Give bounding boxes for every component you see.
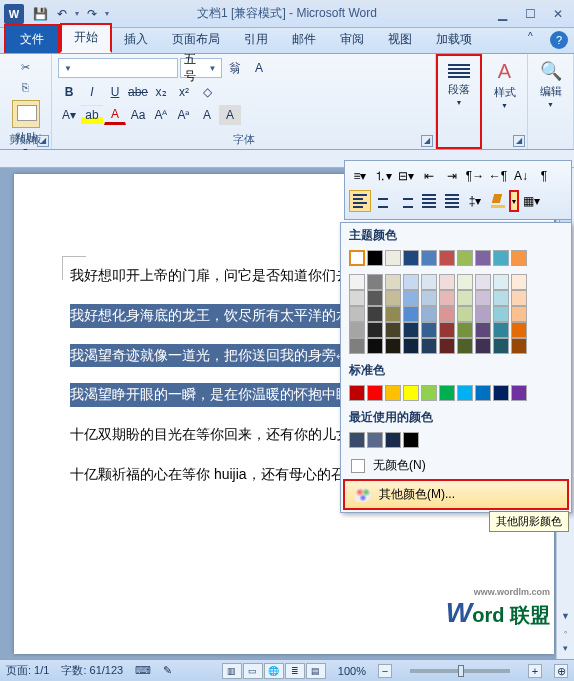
color-swatch[interactable]	[439, 290, 455, 306]
color-swatch[interactable]	[385, 432, 401, 448]
color-swatch[interactable]	[421, 306, 437, 322]
color-swatch[interactable]	[493, 385, 509, 401]
increase-indent-button[interactable]: ⇥	[441, 165, 463, 187]
justify-button[interactable]	[418, 190, 440, 212]
color-swatch[interactable]	[439, 250, 455, 266]
tab-review[interactable]: 审阅	[328, 27, 376, 53]
zoom-level[interactable]: 100%	[338, 665, 366, 677]
color-swatch[interactable]	[385, 290, 401, 306]
minimize-ribbon-icon[interactable]: ^	[528, 31, 544, 49]
color-swatch[interactable]	[493, 250, 509, 266]
zoom-slider[interactable]	[410, 669, 510, 673]
rtl-button[interactable]: ←¶	[487, 165, 509, 187]
italic-button[interactable]: I	[81, 82, 103, 102]
color-swatch[interactable]	[385, 250, 401, 266]
color-swatch[interactable]	[385, 274, 401, 290]
zoom-in-button[interactable]: +	[528, 664, 542, 678]
font-color-button[interactable]: A	[104, 105, 126, 125]
no-color-item[interactable]: 无颜色(N)	[341, 452, 571, 479]
draft-view[interactable]: ▤	[306, 663, 326, 679]
tab-addins[interactable]: 加载项	[424, 27, 484, 53]
color-swatch[interactable]	[475, 290, 491, 306]
copy-icon[interactable]: ⎘	[17, 78, 35, 96]
subscript-button[interactable]: x₂	[150, 82, 172, 102]
font-size-combo[interactable]: 五号 ▼	[180, 58, 222, 78]
print-layout-view[interactable]: ▥	[222, 663, 242, 679]
color-swatch[interactable]	[349, 274, 365, 290]
clear-formatting-button[interactable]: ◇	[196, 82, 218, 102]
styles-button[interactable]: A 样式 ▼	[490, 58, 520, 111]
color-swatch[interactable]	[457, 322, 473, 338]
ltr-button[interactable]: ¶→	[464, 165, 486, 187]
cut-icon[interactable]: ✂	[17, 58, 35, 76]
shading-button[interactable]: ▼	[487, 190, 519, 212]
color-swatch[interactable]	[385, 385, 401, 401]
color-swatch[interactable]	[511, 322, 527, 338]
color-swatch[interactable]	[349, 385, 365, 401]
color-swatch[interactable]	[421, 385, 437, 401]
color-swatch[interactable]	[367, 322, 383, 338]
color-swatch[interactable]	[349, 322, 365, 338]
color-swatch[interactable]	[493, 338, 509, 354]
borders-button[interactable]: ▦▾	[520, 190, 542, 212]
underline-button[interactable]: U	[104, 82, 126, 102]
tab-view[interactable]: 视图	[376, 27, 424, 53]
color-swatch[interactable]	[493, 306, 509, 322]
save-button[interactable]: 💾	[30, 4, 50, 24]
qat-undo-more[interactable]: ▾	[74, 4, 80, 24]
color-swatch[interactable]	[349, 250, 365, 266]
strikethrough-button[interactable]: abe	[127, 82, 149, 102]
color-swatch[interactable]	[457, 338, 473, 354]
color-swatch[interactable]	[367, 306, 383, 322]
shrink-font-button[interactable]: Aᵃ	[173, 105, 195, 125]
color-swatch[interactable]	[511, 290, 527, 306]
paste-button[interactable]: 粘贴 ▼	[8, 98, 44, 156]
line-spacing-button[interactable]: ‡▾	[464, 190, 486, 212]
color-swatch[interactable]	[367, 385, 383, 401]
zoom-slider-handle[interactable]	[458, 665, 464, 677]
more-colors-item[interactable]: 其他颜色(M)...	[343, 479, 569, 510]
enclose-char-button[interactable]: A	[248, 58, 270, 78]
color-swatch[interactable]	[421, 338, 437, 354]
tab-mailings[interactable]: 邮件	[280, 27, 328, 53]
sort-button[interactable]: A↓	[510, 165, 532, 187]
color-swatch[interactable]	[511, 338, 527, 354]
color-swatch[interactable]	[511, 250, 527, 266]
color-swatch[interactable]	[475, 306, 491, 322]
app-icon[interactable]: W	[4, 4, 24, 24]
color-swatch[interactable]	[475, 322, 491, 338]
color-swatch[interactable]	[367, 338, 383, 354]
color-swatch[interactable]	[403, 432, 419, 448]
bold-button[interactable]: B	[58, 82, 80, 102]
color-swatch[interactable]	[367, 432, 383, 448]
help-button[interactable]: ?	[550, 31, 568, 49]
color-swatch[interactable]	[421, 322, 437, 338]
fullscreen-reading-view[interactable]: ▭	[243, 663, 263, 679]
color-swatch[interactable]	[349, 338, 365, 354]
color-swatch[interactable]	[349, 432, 365, 448]
color-swatch[interactable]	[439, 338, 455, 354]
color-swatch[interactable]	[511, 306, 527, 322]
word-count[interactable]: 字数: 61/123	[61, 663, 123, 678]
color-swatch[interactable]	[367, 250, 383, 266]
color-swatch[interactable]	[367, 290, 383, 306]
outline-view[interactable]: ≣	[285, 663, 305, 679]
next-page-icon[interactable]: ▾	[557, 643, 574, 659]
align-center-button[interactable]	[372, 190, 394, 212]
color-swatch[interactable]	[493, 274, 509, 290]
color-swatch[interactable]	[349, 290, 365, 306]
color-swatch[interactable]	[511, 274, 527, 290]
color-swatch[interactable]	[421, 290, 437, 306]
change-case-button[interactable]: Aa	[127, 105, 149, 125]
color-swatch[interactable]	[493, 322, 509, 338]
minimize-button[interactable]: ▁	[490, 5, 514, 23]
zoom-fit-button[interactable]: ⊕	[554, 664, 568, 678]
color-swatch[interactable]	[475, 338, 491, 354]
language-icon[interactable]: ⌨	[135, 664, 151, 677]
font-name-combo[interactable]: ▼	[58, 58, 178, 78]
scroll-down-icon[interactable]: ▼	[557, 611, 574, 627]
color-swatch[interactable]	[349, 306, 365, 322]
paragraph-button[interactable]: 段落 ▼	[444, 60, 474, 108]
font-dialog-launcher[interactable]: ◢	[421, 135, 433, 147]
color-swatch[interactable]	[403, 290, 419, 306]
